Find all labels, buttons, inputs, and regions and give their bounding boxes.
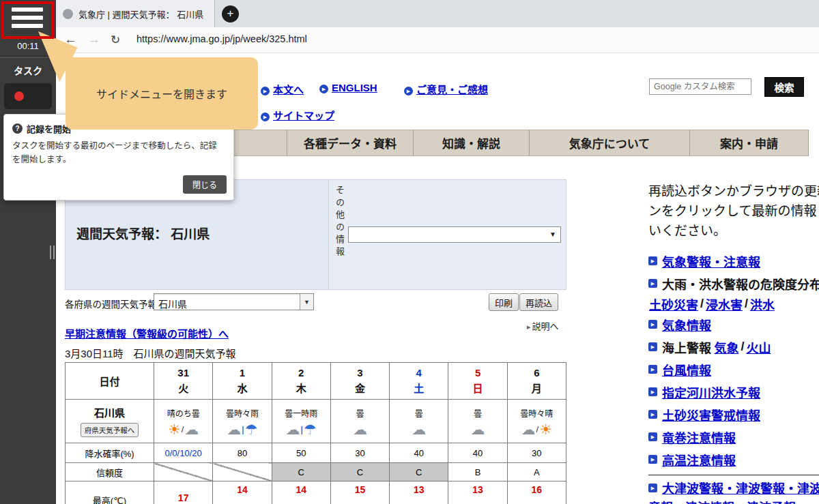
temp-high-value: 17 xyxy=(154,481,213,504)
temp-high-row: 最高(℃) 17 14 14 15 13 13 16 xyxy=(66,481,566,504)
day-header: 31火 xyxy=(154,363,213,400)
sun-icon: ☀ xyxy=(539,421,552,437)
pop-value: 40 xyxy=(448,443,507,463)
link-tsunami[interactable]: 大津波警報・津波警報・津波注 xyxy=(662,479,819,496)
browser-tab-bar: 気象庁 | 週間天気予報： 石川県 + xyxy=(56,0,819,27)
search-button[interactable]: 検索 xyxy=(764,77,804,97)
link-tornado[interactable]: 竜巻注意情報 xyxy=(662,428,736,446)
nav-tab-data[interactable]: 各種データ・資料 xyxy=(287,130,413,155)
link-honbun[interactable]: ▶本文へ xyxy=(261,82,304,96)
link-tsunami[interactable]: 意報、津波情報、津波予報 xyxy=(648,498,796,504)
reload-icon[interactable]: ↻ xyxy=(111,33,120,47)
list-item: ▶気象警報・注意報 xyxy=(648,250,819,272)
day-header: 1水 xyxy=(213,363,272,400)
new-tab-button[interactable]: + xyxy=(222,5,239,23)
list-item: ▶土砂災害警戒情報 xyxy=(648,403,819,426)
sidebar-resize-handle[interactable] xyxy=(50,246,55,259)
close-button[interactable]: 閉じる xyxy=(183,175,227,194)
link-english[interactable]: ▶ENGLISH xyxy=(319,82,377,93)
region-name: 石川県 xyxy=(66,405,154,419)
bullet-icon: ▶ xyxy=(648,365,657,374)
marine-warning-label: 海上警報 xyxy=(662,338,711,356)
prefecture-select-value: 石川県 xyxy=(158,297,187,310)
browser-tab[interactable]: 気象庁 | 週間天気予報： 石川県 xyxy=(56,0,215,27)
bullet-icon: ▶ xyxy=(648,410,657,419)
day-header-sunday: 5日 xyxy=(448,363,507,400)
bullet-icon: ▶ xyxy=(648,320,657,329)
list-item: ▶海上警報 気象/火山 xyxy=(648,336,819,358)
link-landslide[interactable]: 土砂災害 xyxy=(649,295,698,313)
weather-cell: 曇 ☁ xyxy=(390,400,448,443)
forecast-issued-text: 3月30日11時 石川県の週間天気予報 xyxy=(65,346,236,360)
early-warning-link[interactable]: 早期注意情報（警報級の可能性）へ xyxy=(65,326,229,340)
link-inundation[interactable]: 浸水害 xyxy=(706,295,743,313)
warning-links-list: ▶気象警報・注意報 ▶大雨・洪水警報の危険度分布 土砂災害/浸水害/洪水 ▶気象… xyxy=(648,250,819,504)
link-sitemap[interactable]: ▶サイトマップ xyxy=(261,108,334,122)
temp-high-label: 最高(℃) xyxy=(66,481,154,504)
list-item: ▶大津波警報・津波警報・津波注 xyxy=(648,478,819,497)
address-bar[interactable]: https://www.jma.go.jp/jp/week/325.html xyxy=(136,33,307,44)
help-icon: ? xyxy=(12,123,23,134)
reliability-none xyxy=(213,463,272,481)
link-high-temp[interactable]: 高温注意情報 xyxy=(662,451,736,469)
weather-cell: 晴のち曇 ☀/☁ xyxy=(154,400,213,443)
region-cell: 石川県 府県天気予報へ xyxy=(66,400,154,443)
tab-title: 気象庁 | 週間天気予報： 石川県 xyxy=(78,8,203,20)
popup-body: タスクを開始する最初のページまで移動したら、記録を開始します。 xyxy=(4,138,233,168)
callout-text: サイドメニューを開きます xyxy=(96,85,227,102)
link-weather-info[interactable]: 気象情報 xyxy=(662,316,711,333)
link-river-flood[interactable]: 指定河川洪水予報 xyxy=(662,383,760,401)
bullet-icon: ▶ xyxy=(648,342,657,351)
side-menu-callout: サイドメニューを開きます xyxy=(66,57,258,130)
bullet-icon: ▶ xyxy=(648,279,657,288)
temp-high-value: 14 xyxy=(272,481,330,504)
other-info-select[interactable]: ▼ xyxy=(348,226,561,243)
list-item: 意報、津波情報、津波予報 xyxy=(648,497,819,504)
google-search-input[interactable] xyxy=(649,78,751,95)
link-weather-warnings[interactable]: 気象警報・注意報 xyxy=(662,252,760,270)
umbrella-icon: ☂ xyxy=(304,421,317,437)
explanation-link[interactable]: ▸説明へ xyxy=(527,319,559,332)
reliability-value: C xyxy=(330,463,389,481)
link-flood[interactable]: 洪水 xyxy=(750,295,775,313)
link-volcano[interactable]: 火山 xyxy=(746,338,771,356)
cloud-icon: ☁ xyxy=(521,421,536,437)
link-feedback[interactable]: ▶ご意見・ご感想 xyxy=(404,82,488,96)
link-sediment-alert[interactable]: 土砂災害警戒情報 xyxy=(662,406,760,424)
prefecture-forecast-button[interactable]: 府県天気予報へ xyxy=(81,423,139,437)
link-marine-weather[interactable]: 気象 xyxy=(714,338,738,356)
link-typhoon[interactable]: 台風情報 xyxy=(662,361,711,379)
day-header: 3金 xyxy=(330,363,389,400)
task-label: タスク xyxy=(0,63,56,77)
temp-high-value: 13 xyxy=(448,481,507,504)
list-item: ▶台風情報 xyxy=(648,358,819,381)
date-header: 日付 xyxy=(66,363,154,400)
cloud-icon: ☁ xyxy=(412,421,426,437)
temp-high-value: 14 xyxy=(213,481,272,504)
nav-tab-about[interactable]: 気象庁について xyxy=(529,130,689,155)
pop-value: 50 xyxy=(272,443,330,463)
list-item: ▶高温注意情報 xyxy=(648,448,819,471)
link-label: ご意見・ご感想 xyxy=(416,84,488,95)
nav-tab-knowledge[interactable]: 知識・解説 xyxy=(413,130,529,155)
bullet-icon: ▶ xyxy=(648,484,657,492)
prefecture-select[interactable]: 石川県 ▼ xyxy=(154,293,314,310)
link-label: ENGLISH xyxy=(332,82,377,93)
nav-tab-guide[interactable]: 案内・申請 xyxy=(689,130,809,155)
reliability-value: A xyxy=(507,463,566,481)
prefecture-select-label: 各府県の週間天気予報 xyxy=(65,297,157,310)
pop-value: 30 xyxy=(507,443,566,463)
risk-map-label: 大雨・洪水警報の危険度分布 xyxy=(662,275,819,293)
table-header-row: 日付 31火 1水 2木 3金 4土 5日 6月 xyxy=(66,363,566,400)
print-button[interactable]: 印刷 xyxy=(489,293,519,311)
record-button[interactable] xyxy=(14,91,24,101)
page-reload-button[interactable]: 再読込 xyxy=(519,293,558,311)
forward-icon: → xyxy=(87,32,100,47)
pop-value: 80 xyxy=(213,443,272,463)
cloud-icon: ☁ xyxy=(286,421,300,437)
day-header: 6月 xyxy=(507,363,566,400)
sun-icon: ☀ xyxy=(168,421,181,437)
record-control-box xyxy=(4,83,52,109)
weather-row: 石川県 府県天気予報へ 晴のち曇 ☀/☁ 曇時々雨 ☁|☂ 曇一時雨 ☁|☂ 曇 xyxy=(66,400,566,443)
temp-high-value: 15 xyxy=(330,481,389,504)
